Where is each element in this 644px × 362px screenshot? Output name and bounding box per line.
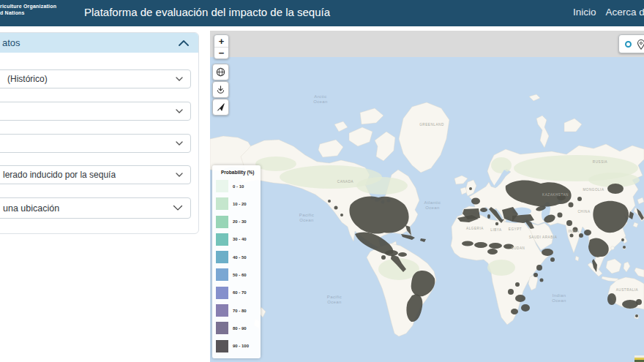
country-label: RUSSIA [593,160,608,164]
legend-label: 40 - 50 [233,255,247,260]
country-label: CANADA [337,180,354,184]
map-corner-logo [634,355,644,362]
legend-title: Probability (%) [221,170,261,175]
country-label: SAUDI ARABIA [529,235,558,239]
dataset-dropdown-value: (Histórico) [7,74,48,84]
chevron-down-icon [176,173,183,177]
basemap-globe-button[interactable] [212,64,229,80]
toggle-dot-icon[interactable] [625,41,632,48]
legend-row: 40 - 50 [216,251,261,263]
location-select[interactable]: una ubicación [0,197,191,219]
dataset-dropdown[interactable]: (Histórico) [0,69,191,88]
locate-button[interactable] [212,99,229,116]
legend-row: 60 - 70 [216,287,261,299]
fao-logo-line1: riculture Organization [0,4,56,10]
country-label: SUDAN [512,246,525,250]
chevron-down-icon [173,205,183,211]
probability-legend: Probability (%) 0 - 1010 - 2020 - 3030 -… [212,165,261,358]
chevron-down-icon [176,141,183,146]
parameter-dropdown[interactable] [0,102,191,121]
legend-label: 80 - 90 [233,326,247,331]
ocean-label: ArcticOcean [313,94,328,104]
legend-swatch [216,304,228,317]
nav-item-acerca-de[interactable]: Acerca de [606,7,644,18]
chevron-up-icon [178,39,190,47]
legend-row: 90 - 100 [216,340,261,352]
download-icon [214,83,227,96]
download-button[interactable] [212,81,229,98]
page: riculture Organization d Nations Platafo… [0,0,644,362]
tile-void-band [210,31,644,57]
legend-label: 0 - 10 [233,184,244,189]
legend-label: 20 - 30 [233,219,247,224]
legend-label: 30 - 40 [233,237,247,241]
legend-swatch [216,251,228,263]
fao-logo: riculture Organization d Nations [0,4,56,16]
chevron-down-icon [176,77,183,81]
country-label: CHINA [577,210,590,214]
fao-logo-line2: d Nations [0,10,56,17]
legend-row: 80 - 90 [216,322,261,334]
zoom-in-button[interactable]: + [214,35,228,47]
map-pin-icon[interactable] [637,39,644,50]
legend-row: 10 - 20 [216,197,261,210]
country-label: INDIA [568,230,579,233]
legend-swatch [216,180,228,192]
app-header: riculture Organization d Nations Platafo… [0,0,644,26]
country-label: ALGERIA [466,227,484,230]
country-label: KAZAKHSTAN [542,193,569,197]
country-label: GREENLAND [419,123,444,127]
legend-label: 10 - 20 [233,202,247,206]
ocean-label: PacificOcean [299,213,314,222]
header-nav: InicioAcerca deH [573,7,644,18]
ocean-label: AtlanticOcean [424,200,441,210]
panel-header[interactable]: atos [0,33,198,53]
location-select-value: una ubicación [3,203,59,214]
zoom-out-button[interactable]: − [214,47,228,59]
country-label: LIBYA [490,228,502,232]
period-dropdown[interactable] [0,134,191,153]
legend-row: 30 - 40 [216,233,261,246]
country-label: AUSTRALIA [616,288,639,292]
impact-dropdown-value: lerado inducido por la sequía [3,170,116,180]
legend-rows: 0 - 1010 - 2020 - 3030 - 4040 - 5050 - 6… [216,180,261,352]
ocean-label: PacificOcean [327,295,342,304]
world-map[interactable]: ArcticOceanPacificOceanAtlanticOceanPaci… [210,31,644,362]
panel-title: atos [2,37,20,48]
legend-row: 70 - 80 [216,304,261,317]
legend-row: 50 - 60 [216,268,261,281]
navigation-arrow-icon [214,101,227,113]
legend-label: 90 - 100 [233,344,249,348]
panel-body: (Histórico) lerado inducido por la sequí… [0,53,198,219]
chevron-down-icon [176,109,183,113]
page-title: Plataforma de evaluación del impacto de … [84,6,330,18]
country-label: EGYPT [509,227,522,231]
marker-toggle-control[interactable] [618,34,644,53]
ocean-label: IndianOcean [552,293,566,303]
globe-icon [214,66,227,78]
legend-swatch [216,322,228,334]
legend-swatch [216,216,228,228]
legend-swatch [216,340,228,352]
zoom-control: + − [214,34,229,59]
legend-swatch [216,233,228,246]
legend-row: 0 - 10 [216,180,261,192]
legend-label: 70 - 80 [233,309,247,313]
legend-swatch [216,268,228,281]
impact-dropdown[interactable]: lerado inducido por la sequía [0,165,191,184]
legend-swatch [216,197,228,210]
legend-swatch [216,287,228,299]
country-label: MONGOLIA [583,188,604,192]
legend-row: 20 - 30 [216,216,261,228]
data-selection-panel: atos (Histórico) [0,32,199,234]
nav-item-inicio[interactable]: Inicio [573,7,596,18]
legend-label: 60 - 70 [233,290,247,295]
map-canvas: ArcticOceanPacificOceanAtlanticOceanPaci… [210,31,644,362]
legend-label: 50 - 60 [233,273,247,277]
